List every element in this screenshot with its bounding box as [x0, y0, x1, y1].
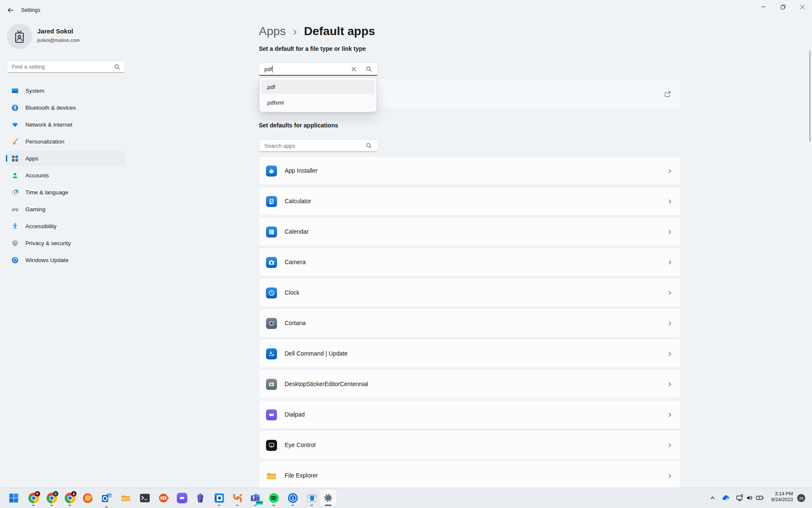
- calculator-icon: [266, 196, 277, 207]
- user-placeholder-icon: [12, 29, 27, 44]
- taskbar-teams[interactable]: NEW: [247, 489, 264, 506]
- settings-gear-icon: [323, 493, 333, 503]
- file-type-suggestions-dropdown: .pdf .pdfxml: [259, 77, 377, 112]
- clear-icon[interactable]: [351, 67, 356, 72]
- taskbar-terminal[interactable]: [136, 489, 153, 506]
- chevron-right-icon: [667, 473, 672, 478]
- gamepad-icon: [11, 206, 19, 213]
- file-explorer-icon: [266, 470, 277, 481]
- sidebar-item-personalization[interactable]: Personalization: [6, 134, 125, 149]
- shield-icon: [11, 240, 19, 247]
- sidebar-item-gaming[interactable]: Gaming: [6, 202, 125, 217]
- taskbar-firefox[interactable]: [79, 489, 96, 506]
- teams-new-badge: NEW: [256, 501, 263, 505]
- defaults-section-label: Set defaults for applications: [259, 122, 338, 129]
- paintbrush-icon: [11, 138, 19, 145]
- tray-battery[interactable]: [752, 489, 768, 506]
- running-indicator: [69, 505, 71, 506]
- main-content: Apps Default apps Set a default for a fi…: [127, 0, 812, 488]
- app-row-dell-command-update[interactable]: Dell Command | Update: [259, 339, 681, 368]
- file-type-search-input[interactable]: pdf: [259, 63, 378, 76]
- eye-control-icon: [266, 440, 277, 451]
- outlook-icon: [102, 493, 112, 503]
- sidebar-item-time-language[interactable]: Time & language: [6, 185, 125, 200]
- avatar[interactable]: [7, 24, 32, 49]
- bluetooth-icon: [11, 104, 19, 111]
- back-button[interactable]: [5, 5, 16, 16]
- search-icon: [114, 64, 120, 70]
- sidebar-item-accounts[interactable]: Accounts: [6, 168, 125, 183]
- app-row-clock[interactable]: Clock: [259, 278, 681, 307]
- taskbar-virtual-desktop[interactable]: [303, 489, 320, 506]
- app-row-calculator[interactable]: Calculator: [259, 187, 681, 215]
- taskbar-spotify[interactable]: [265, 489, 282, 506]
- back-arrow-icon: [7, 7, 14, 14]
- sidebar: Jared Sokol jsokol@mation.com Find a set…: [0, 20, 127, 488]
- app-row-calendar[interactable]: Calendar: [259, 217, 681, 246]
- folder-icon: [121, 493, 131, 503]
- chrome-profile-badge: J: [53, 491, 58, 497]
- battery-charging-icon: [756, 494, 764, 502]
- app-row-desktop-sticker-editor[interactable]: DesktopStickerEditorCentennial: [259, 370, 681, 398]
- taskbar-one-password[interactable]: 1: [284, 489, 301, 506]
- running-indicator: [218, 505, 221, 506]
- chevron-right-icon: [667, 443, 672, 448]
- app-row-camera[interactable]: Camera: [259, 248, 681, 276]
- sidebar-item-privacy-security[interactable]: Privacy & security: [6, 235, 125, 251]
- settings-search-input[interactable]: Find a setting: [7, 61, 125, 73]
- taskbar-blue-app[interactable]: [211, 489, 228, 506]
- search-icon[interactable]: [366, 66, 372, 72]
- taskbar-outlook[interactable]: [98, 489, 115, 506]
- app-row-app-installer[interactable]: App Installer: [259, 156, 681, 185]
- sidebar-item-accessibility[interactable]: Accessibility: [6, 218, 125, 234]
- app-row-file-explorer[interactable]: File Explorer: [259, 461, 681, 490]
- active-indicator: [325, 505, 332, 506]
- clock-icon: [266, 287, 277, 298]
- sidebar-item-network-internet[interactable]: Network & internet: [6, 117, 125, 132]
- taskbar-orange-app[interactable]: [155, 489, 172, 506]
- sidebar-item-bluetooth-devices[interactable]: Bluetooth & devices: [6, 100, 125, 115]
- app-row-eye-control[interactable]: Eye Control: [259, 431, 681, 459]
- chevron-right-icon: [667, 199, 672, 204]
- person-icon: [11, 172, 19, 179]
- running-indicator: [272, 505, 275, 506]
- chevron-right-icon: [667, 229, 672, 235]
- gem-icon: [195, 493, 205, 503]
- taskbar-obsidian[interactable]: [192, 489, 208, 506]
- tray-clock[interactable]: 3:14 PM 8/24/2023: [768, 491, 793, 502]
- suggestion-pdf[interactable]: .pdf: [261, 80, 375, 94]
- selected-indicator: [6, 155, 7, 162]
- app-row-dialpad[interactable]: Dialpad: [259, 400, 681, 429]
- search-icon[interactable]: [366, 143, 372, 149]
- chevron-right-icon: [667, 351, 672, 356]
- sidebar-item-apps[interactable]: Apps: [6, 151, 125, 166]
- taskbar-chrome-profile-1[interactable]: [25, 489, 42, 506]
- external-link-icon[interactable]: [664, 91, 671, 98]
- chevron-right-icon: [667, 260, 672, 265]
- sidebar-item-system[interactable]: System: [6, 83, 125, 98]
- notification-badge[interactable]: 26: [797, 494, 805, 502]
- taskbar-dialpad[interactable]: [173, 489, 190, 506]
- suggestion-pdfxml[interactable]: .pdfxml: [261, 96, 375, 110]
- taskbar-start-button[interactable]: [5, 489, 22, 506]
- taskbar-orange-s-app[interactable]: [229, 489, 246, 506]
- apps-search-input[interactable]: Search apps: [259, 139, 378, 152]
- spotify-icon: [269, 493, 279, 503]
- sidebar-item-windows-update[interactable]: Windows Update: [6, 252, 125, 268]
- chrome-profile-badge: [71, 491, 77, 497]
- taskbar-chrome-profile-2[interactable]: J: [43, 489, 60, 506]
- chrome-profile-badge: [35, 491, 40, 497]
- taskbar-settings[interactable]: [320, 489, 337, 506]
- app-row-cortana[interactable]: Cortana: [259, 309, 681, 337]
- taskbar-chrome-profile-3[interactable]: [61, 489, 78, 506]
- profile-name: Jared Sokol: [37, 28, 73, 35]
- breadcrumb-parent[interactable]: Apps: [259, 25, 286, 38]
- dell-command-update-icon: [266, 348, 277, 359]
- profile-email: jsokol@mation.com: [37, 38, 80, 43]
- taskbar: J: [0, 488, 812, 508]
- taskbar-file-explorer[interactable]: [117, 489, 134, 506]
- orange-app-icon: [159, 493, 169, 503]
- running-indicator: [105, 506, 108, 508]
- scrollbar-thumb[interactable]: [809, 51, 810, 142]
- window-title: Settings: [21, 7, 40, 13]
